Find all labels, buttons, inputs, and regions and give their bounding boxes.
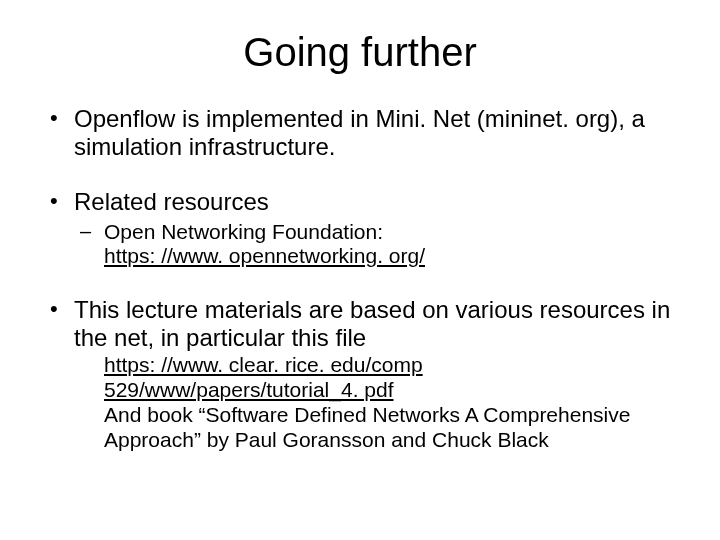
- bullet-text-3: This lecture materials are based on vari…: [74, 296, 670, 351]
- bullet-text-1: Openflow is implemented in Mini. Net (mi…: [74, 105, 645, 160]
- bullet-list: Openflow is implemented in Mini. Net (mi…: [40, 105, 680, 452]
- sub-block-3: https: //www. clear. rice. edu/comp 529/…: [74, 353, 680, 452]
- slide: Going further Openflow is implemented in…: [0, 0, 720, 540]
- rice-tutorial-link[interactable]: https: //www. clear. rice. edu/comp 529/…: [104, 353, 423, 401]
- sub-item-2-1: Open Networking Foundation: https: //www…: [74, 220, 680, 268]
- bullet-text-2: Related resources: [74, 188, 269, 215]
- bullet-item-3: This lecture materials are based on vari…: [40, 296, 680, 452]
- bullet-item-2: Related resources Open Networking Founda…: [40, 188, 680, 268]
- bullet-item-1: Openflow is implemented in Mini. Net (mi…: [40, 105, 680, 160]
- slide-title: Going further: [40, 30, 680, 75]
- sub-list-2: Open Networking Foundation: https: //www…: [74, 220, 680, 268]
- opennetworking-link[interactable]: https: //www. opennetworking. org/: [104, 244, 425, 267]
- book-reference-text: And book “Software Defined Networks A Co…: [104, 403, 630, 451]
- sub-label-2-1: Open Networking Foundation:: [104, 220, 383, 243]
